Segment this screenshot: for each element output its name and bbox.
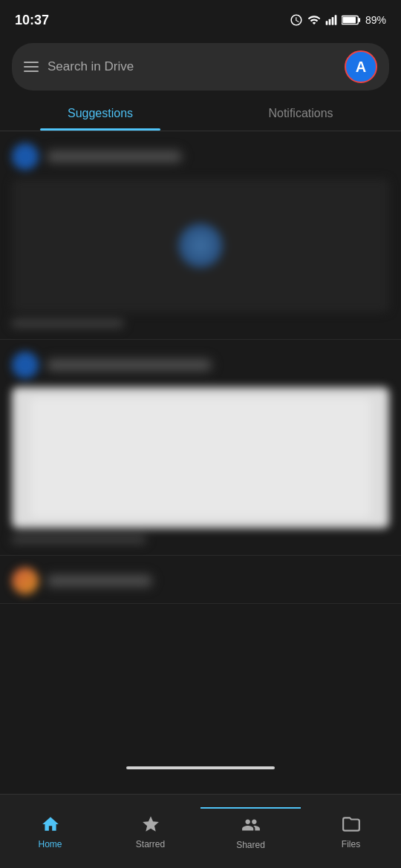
card-1-title (48, 151, 181, 162)
card-2-preview (12, 387, 389, 528)
card-1-icon (12, 143, 39, 170)
card-2-icon (12, 352, 39, 378)
svg-rect-0 (326, 21, 328, 24)
svg-rect-1 (329, 19, 331, 25)
nav-item-home[interactable]: Home (0, 808, 100, 855)
card-3-title (48, 576, 151, 586)
status-time: 10:37 (15, 13, 49, 28)
card-1-meta (12, 320, 123, 327)
home-icon (40, 814, 61, 835)
search-bar[interactable]: Search in Drive A (12, 43, 389, 91)
svg-rect-2 (332, 17, 334, 25)
suggestion-card-3[interactable] (0, 556, 401, 604)
battery-icon (342, 14, 361, 26)
battery-percentage: 89% (365, 14, 386, 26)
nav-shared-label: Shared (236, 840, 265, 850)
content-area (0, 131, 401, 769)
bottom-nav: Home Starred Shared Files (0, 794, 401, 868)
suggestion-card-2[interactable] (0, 340, 401, 556)
nav-starred-label: Starred (136, 839, 165, 849)
svg-rect-3 (335, 15, 337, 24)
suggestion-card-1[interactable] (0, 131, 401, 340)
signal-icon (325, 13, 337, 27)
svg-rect-6 (342, 17, 356, 23)
shared-icon (241, 815, 261, 835)
tab-suggestions-label: Suggestions (68, 107, 133, 119)
avatar-button[interactable]: A (345, 50, 377, 83)
nav-item-shared[interactable]: Shared (200, 807, 301, 856)
card-1-preview (12, 179, 389, 312)
card-2-title (48, 360, 211, 370)
card-3-icon (12, 568, 39, 594)
scroll-indicator (126, 766, 275, 769)
status-icons: 89% (290, 13, 386, 27)
svg-rect-5 (358, 18, 360, 22)
files-icon (341, 814, 362, 835)
nav-item-starred[interactable]: Starred (100, 808, 200, 855)
avatar-label: A (356, 59, 366, 76)
nav-files-label: Files (342, 839, 360, 849)
status-bar: 10:37 89% (0, 0, 401, 37)
card-2-meta (12, 536, 146, 543)
tabs-container: Suggestions Notifications (0, 96, 401, 131)
search-placeholder[interactable]: Search in Drive (48, 59, 336, 74)
tab-notifications-label: Notifications (268, 107, 333, 119)
star-icon (140, 814, 161, 835)
wifi-icon (307, 13, 321, 27)
alarm-icon (290, 13, 303, 27)
hamburger-icon[interactable] (24, 62, 39, 72)
nav-home-label: Home (38, 839, 62, 849)
tab-notifications[interactable]: Notifications (200, 96, 401, 131)
tab-suggestions[interactable]: Suggestions (0, 96, 200, 131)
nav-item-files[interactable]: Files (301, 808, 401, 855)
